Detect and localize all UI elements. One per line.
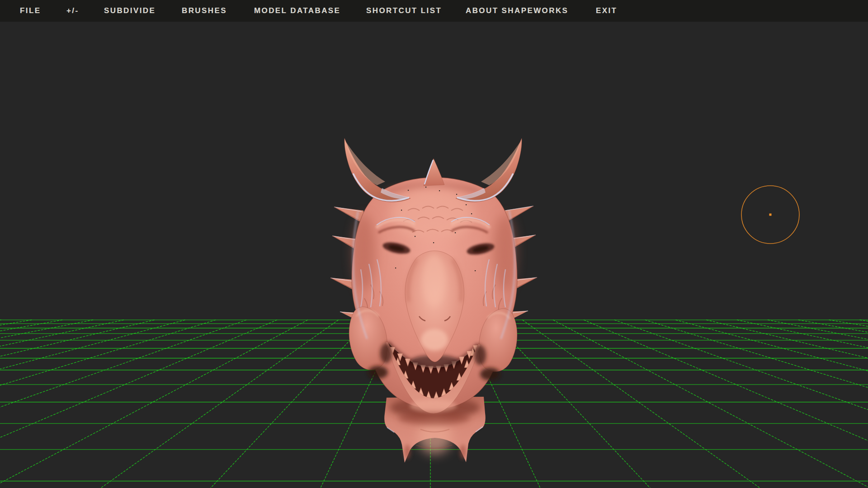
menu-item-file[interactable]: FILE: [20, 0, 41, 22]
menu-bar: FILE +/- SUBDIVIDE BRUSHES MODEL DATABAS…: [0, 0, 868, 22]
menu-item-subdivide[interactable]: SUBDIVIDE: [104, 0, 156, 22]
brush-center-dot: [769, 214, 772, 216]
app-window: FILE +/- SUBDIVIDE BRUSHES MODEL DATABAS…: [0, 0, 868, 488]
menu-item-brushes[interactable]: BRUSHES: [182, 0, 227, 22]
model-crest-spike: [424, 159, 444, 186]
viewport-3d[interactable]: [0, 22, 868, 488]
dragon-head-model[interactable]: [330, 138, 537, 463]
menu-item-plus-minus[interactable]: +/-: [66, 0, 79, 22]
menu-item-about-shapeworks[interactable]: ABOUT SHAPEWORKS: [466, 0, 568, 22]
menu-item-model-database[interactable]: MODEL DATABASE: [254, 0, 340, 22]
brush-cursor: [741, 186, 799, 244]
menu-item-shortcut-list[interactable]: SHORTCUT LIST: [366, 0, 442, 22]
menu-item-exit[interactable]: EXIT: [596, 0, 617, 22]
